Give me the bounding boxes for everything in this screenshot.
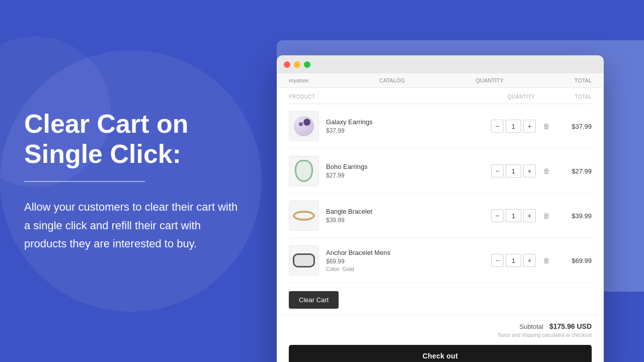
item-name-4: Anchor Bracelet Mens bbox=[326, 249, 491, 256]
description: Allow your customers to clear their cart… bbox=[24, 198, 246, 253]
col-header-total: TOTAL bbox=[551, 94, 592, 100]
item-price-2: $27.99 bbox=[326, 172, 491, 179]
delete-item-1[interactable]: 🗑 bbox=[542, 121, 551, 131]
traffic-light-green[interactable] bbox=[304, 61, 310, 68]
product-image-1 bbox=[289, 111, 319, 141]
quantity-control-3: − 1 + 🗑 bbox=[491, 209, 551, 222]
table-row: Boho Earrings $27.99 − 1 + 🗑 $27.99 bbox=[289, 149, 592, 194]
product-image-2 bbox=[289, 156, 319, 186]
item-info-4: Anchor Bracelet Mens $69.99 Color: Gold bbox=[326, 249, 491, 272]
subtotal-row: Subtotal $175.96 USD bbox=[289, 322, 592, 330]
headline: Clear Cart on Single Click: bbox=[24, 109, 266, 169]
qty-increase-3[interactable]: + bbox=[523, 209, 536, 222]
quantity-control-2: − 1 + 🗑 bbox=[491, 164, 551, 177]
col-header-product: PRODUCT bbox=[289, 94, 491, 100]
qty-value-2: 1 bbox=[506, 164, 521, 177]
delete-item-4[interactable]: 🗑 bbox=[542, 255, 551, 265]
item-price-3: $39.99 bbox=[326, 217, 491, 224]
table-row: Anchor Bracelet Mens $69.99 Color: Gold … bbox=[289, 238, 592, 283]
qty-decrease-4[interactable]: − bbox=[491, 254, 504, 267]
subtotal-label: Subtotal bbox=[519, 323, 543, 330]
subtotal-value: $175.96 USD bbox=[549, 322, 592, 330]
left-panel: Clear Cart on Single Click: Allow your c… bbox=[24, 0, 266, 362]
nav-total: TOTAL bbox=[575, 77, 592, 83]
earring-galaxy-icon bbox=[294, 116, 314, 136]
item-info-3: Bangle Bracelet $39.99 bbox=[326, 208, 491, 224]
qty-decrease-3[interactable]: − bbox=[491, 209, 504, 222]
table-row: Bangle Bracelet $39.99 − 1 + 🗑 $39.99 bbox=[289, 194, 592, 238]
item-name-1: Galaxy Earrings bbox=[326, 118, 491, 126]
cart-actions: Clear Cart bbox=[277, 283, 604, 315]
qty-value-3: 1 bbox=[506, 209, 521, 222]
table-row: Galaxy Earrings $37.99 − 1 + 🗑 $37.99 bbox=[289, 104, 592, 149]
quantity-control-1: − 1 + 🗑 bbox=[491, 120, 551, 133]
nav-catalog: CATALOG bbox=[379, 77, 405, 83]
browser-content: mystore CATALOG QUANTITY TOTAL PRODUCT Q… bbox=[277, 73, 604, 362]
item-price-1: $37.99 bbox=[326, 127, 491, 134]
item-name-2: Boho Earrings bbox=[326, 163, 491, 170]
cart-header-row: PRODUCT QUANTITY TOTAL bbox=[289, 88, 592, 104]
traffic-light-red[interactable] bbox=[284, 61, 290, 68]
qty-increase-1[interactable]: + bbox=[523, 120, 536, 133]
item-total-3: $39.99 bbox=[551, 212, 592, 220]
item-total-1: $37.99 bbox=[551, 123, 592, 130]
checkout-button[interactable]: Check out bbox=[289, 345, 592, 362]
tax-note: Taxes and shipping calculated at checkou… bbox=[289, 332, 592, 338]
divider bbox=[24, 181, 145, 182]
product-image-4 bbox=[289, 245, 319, 276]
item-total-4: $69.99 bbox=[551, 257, 592, 264]
delete-item-3[interactable]: 🗑 bbox=[542, 211, 551, 221]
bracelet-anchor-icon bbox=[293, 253, 315, 267]
qty-value-1: 1 bbox=[506, 120, 521, 133]
col-header-quantity: QUANTITY bbox=[491, 94, 551, 100]
item-variant-4: Color: Gold bbox=[326, 266, 491, 272]
browser-window: mystore CATALOG QUANTITY TOTAL PRODUCT Q… bbox=[277, 55, 604, 362]
nav-quantity: QUANTITY bbox=[475, 77, 504, 83]
item-name-3: Bangle Bracelet bbox=[326, 208, 491, 215]
qty-value-4: 1 bbox=[506, 254, 521, 267]
browser-titlebar bbox=[277, 55, 604, 73]
qty-increase-4[interactable]: + bbox=[523, 254, 536, 267]
qty-decrease-2[interactable]: − bbox=[491, 164, 504, 177]
qty-increase-2[interactable]: + bbox=[523, 164, 536, 177]
item-info-2: Boho Earrings $27.99 bbox=[326, 163, 491, 179]
cart-footer: Subtotal $175.96 USD Taxes and shipping … bbox=[277, 315, 604, 362]
store-header: mystore CATALOG QUANTITY TOTAL bbox=[277, 73, 604, 88]
cart-table: PRODUCT QUANTITY TOTAL Galaxy Earrings $… bbox=[277, 88, 604, 283]
item-total-2: $27.99 bbox=[551, 167, 592, 175]
bracelet-bangle-icon bbox=[293, 211, 315, 221]
qty-decrease-1[interactable]: − bbox=[491, 120, 504, 133]
browser-area: mystore CATALOG QUANTITY TOTAL PRODUCT Q… bbox=[262, 55, 644, 362]
item-price-4: $69.99 bbox=[326, 258, 491, 265]
traffic-light-yellow[interactable] bbox=[294, 61, 300, 68]
product-image-3 bbox=[289, 201, 319, 231]
earring-boho-icon bbox=[295, 160, 313, 182]
traffic-lights bbox=[284, 61, 310, 68]
clear-cart-button[interactable]: Clear Cart bbox=[289, 291, 339, 309]
store-name: mystore bbox=[289, 77, 308, 83]
quantity-control-4: − 1 + 🗑 bbox=[491, 254, 551, 267]
item-info-1: Galaxy Earrings $37.99 bbox=[326, 118, 491, 134]
delete-item-2[interactable]: 🗑 bbox=[542, 166, 551, 176]
